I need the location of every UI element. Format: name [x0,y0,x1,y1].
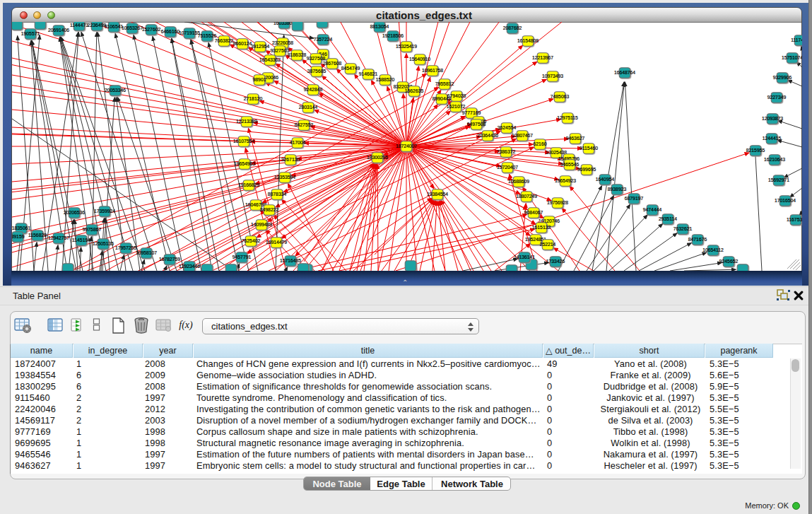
svg-text:1167533: 1167533 [787,217,802,222]
svg-text:9227349: 9227349 [767,95,787,100]
svg-text:16210643: 16210643 [764,157,785,162]
svg-text:20206536: 20206536 [64,210,85,215]
svg-text:18724007: 18724007 [396,144,417,148]
svg-text:9975867: 9975867 [83,227,102,232]
svg-text:2935114: 2935114 [659,216,677,221]
svg-text:9242848: 9242848 [304,87,323,92]
svg-text:252214: 252214 [540,242,556,247]
svg-text:9465546: 9465546 [560,162,579,167]
svg-text:1145194: 1145194 [72,238,90,243]
svg-text:1244415: 1244415 [763,136,782,141]
svg-text:7485063: 7485063 [551,94,570,99]
svg-text:19756928: 19756928 [547,200,568,205]
svg-text:16107554: 16107554 [233,139,254,144]
svg-text:10973493: 10973493 [542,74,563,78]
svg-text:1588520: 1588520 [376,77,395,82]
svg-text:8215955: 8215955 [746,148,765,153]
svg-text:1117404: 1117404 [791,37,802,42]
svg-text:10025438: 10025438 [546,150,567,155]
svg-text:1733426: 1733426 [546,259,565,264]
svg-text:10653267: 10653267 [122,25,143,30]
svg-text:10958107: 10958107 [136,250,157,255]
svg-text:3875685: 3875685 [307,69,326,74]
svg-text:6879197: 6879197 [625,196,644,201]
svg-text:23226058: 23226058 [272,40,293,45]
svg-text:15640910: 15640910 [409,57,430,62]
svg-text:8471676: 8471676 [688,237,707,242]
svg-text:10961758: 10961758 [422,68,443,73]
svg-text:2087682: 2087682 [503,25,522,30]
svg-text:2236499: 2236499 [88,23,107,28]
svg-text:10654112: 10654112 [702,247,724,252]
svg-text:12505135: 12505135 [93,241,114,246]
svg-text:1144473: 1144473 [70,23,88,28]
svg-text:12213967: 12213967 [532,55,553,60]
svg-text:3267130: 3267130 [281,157,300,162]
svg-text:15325419: 15325419 [396,44,417,49]
svg-text:10688609: 10688609 [508,179,529,184]
svg-text:17957255: 17957255 [115,245,136,250]
svg-text:98901: 98901 [253,77,266,82]
svg-text:9146821: 9146821 [359,71,378,76]
svg-text:6794028: 6794028 [447,93,466,98]
svg-text:16154808: 16154808 [517,38,539,43]
svg-text:8660124: 8660124 [233,41,252,46]
svg-text:f(x): f(x) [179,320,193,331]
svg-text:19654963: 19654963 [234,161,255,166]
svg-text:9457791: 9457791 [233,255,252,259]
svg-text:7632621: 7632621 [673,226,693,231]
svg-text:8186328: 8186328 [288,52,307,57]
svg-text:12975115: 12975115 [557,115,578,120]
svg-text:9329906: 9329906 [773,75,792,80]
svg-text:9699695: 9699695 [577,167,596,172]
svg-text:20053346: 20053346 [105,88,126,93]
svg-text:1905571: 1905571 [21,31,40,36]
svg-text:6466160: 6466160 [161,29,180,34]
svg-text:8878334: 8878334 [268,192,287,197]
svg-text:1527602: 1527602 [142,27,161,32]
svg-text:19166829: 19166829 [238,182,259,187]
svg-text:7625402: 7625402 [242,238,261,243]
svg-text:12942757: 12942757 [48,235,69,240]
svg-text:15716485: 15716485 [280,258,301,263]
svg-text:9327503: 9327503 [271,48,290,53]
svg-text:20364436: 20364436 [477,133,498,138]
svg-text:7357224: 7357224 [314,37,333,42]
svg-text:39159: 39159 [12,234,25,239]
svg-text:12213389: 12213389 [236,119,257,124]
svg-text:9777169: 9777169 [462,110,481,115]
svg-text:6497508: 6497508 [467,122,486,127]
svg-text:16782759: 16782759 [159,257,180,262]
svg-text:62160: 62160 [534,141,547,146]
svg-text:7515526: 7515526 [198,33,217,38]
svg-text:18300295: 18300295 [367,155,388,160]
svg-text:15751074: 15751074 [782,55,802,60]
svg-text:3624554: 3624554 [498,125,517,130]
svg-text:1835061: 1835061 [12,226,30,230]
svg-text:14099489: 14099489 [251,222,272,227]
svg-text:2718120: 2718120 [244,96,263,101]
svg-text:14136141: 14136141 [514,255,535,259]
svg-text:10807467: 10807467 [512,133,533,138]
svg-text:16914479: 16914479 [266,240,287,245]
svg-text:417004: 417004 [290,140,306,145]
svg-text:8938923: 8938923 [608,187,627,192]
svg-text:8454749: 8454749 [341,66,360,71]
svg-text:9474444: 9474444 [643,207,662,212]
svg-text:9115460: 9115460 [579,146,598,151]
svg-text:2803144: 2803144 [299,105,318,110]
svg-text:1156829: 1156829 [28,233,47,238]
svg-text:8813054: 8813054 [370,24,389,29]
svg-text:9106541: 9106541 [105,24,124,29]
svg-text:16543362: 16543362 [259,57,281,62]
svg-text:9084067: 9084067 [524,210,543,215]
svg-text:3498222: 3498222 [260,207,279,212]
svg-text:1621072: 1621072 [447,104,466,109]
svg-text:9245652: 9245652 [719,259,739,264]
svg-text:3912954: 3912954 [251,44,270,49]
svg-text:7386372: 7386372 [497,149,516,154]
svg-text:10719155: 10719155 [179,30,200,35]
svg-text:13353594: 13353594 [274,175,295,180]
svg-text:1640954: 1640954 [596,177,615,182]
svg-text:12923446: 12923446 [179,264,200,269]
